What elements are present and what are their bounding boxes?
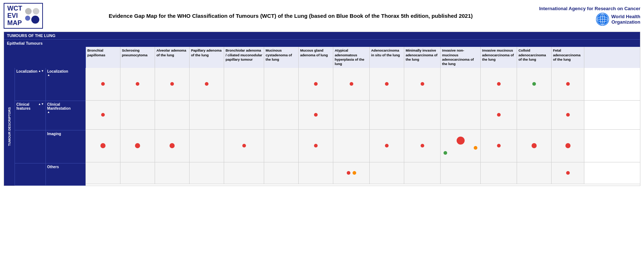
cell-loc-c11 [441,68,481,100]
logo-circle-2 [33,8,39,15]
col-header-c8: Atypical adenomatous hyperplasia of the … [333,47,370,68]
category-clinical-features: Clinical features ▲▼ [15,101,46,130]
who-text: World Health Organization [611,14,640,25]
cell-loc-c12 [481,68,517,100]
dot-img-c14 [565,143,571,148]
cell-img-c11 [441,130,481,162]
cell-loc-c3 [155,68,190,100]
dot-loc-c10 [421,82,424,86]
col-header-c13: Colloid adenocarcinoma of the lung [517,47,552,68]
logo-circle-4 [31,16,39,24]
data-row-clinical [86,101,640,130]
cell-img-c7 [299,130,333,162]
dot-clin-c14 [566,113,570,117]
dot-img-c11-green [444,151,447,155]
iarc-block: International Agency for Research on Can… [538,6,640,26]
cell-oth-c3 [155,162,190,184]
data-row-imaging [86,130,640,162]
sub-header: Epithelial Tumours [4,39,640,47]
category-localization: Localization ▲▼ [15,68,46,101]
category-clinical-features-2 [15,130,46,163]
cell-clin-c6 [264,101,299,129]
cell-clin-c1 [86,101,120,129]
cell-loc-c5 [224,68,264,100]
subcategory-others: Others [46,163,86,185]
cell-oth-c12 [481,162,517,184]
cell-oth-c4 [190,162,224,184]
data-row-localization [86,68,640,101]
col-header-c1: Bronchial papillomas [86,47,120,68]
cell-clin-c11 [441,101,481,129]
logo-text: WCT EVI MAP [7,5,22,27]
dot-clin-c7 [314,113,318,117]
tumour-descriptors-label: TUMOUR DESCRIPTORS [4,68,15,186]
cell-clin-c4 [190,101,224,129]
cell-loc-c14 [552,68,584,100]
dot-loc-c12 [497,82,501,86]
who-block: World Health Organization [538,13,640,26]
dot-img-c9 [385,144,389,147]
dot-img-c12 [497,144,501,147]
cell-clin-c10 [404,101,441,129]
cell-oth-c5 [224,162,264,184]
cell-loc-c13 [517,68,552,100]
cell-loc-c9 [370,68,404,100]
dot-loc-c1 [101,82,105,86]
col-header-c5: Bronchiolar adenoma / ciliated muconodul… [224,47,264,68]
map-container: TUMOURS OF THE LUNG Epithelial Tumours B… [4,32,640,186]
header: WCT EVI MAP Evidence Gap Map for the WHO… [0,0,644,32]
cell-clin-c2 [120,101,155,129]
cell-clin-c12 [481,101,517,129]
dot-img-c11-orange [474,146,477,150]
dot-img-c11-lg [457,137,465,145]
cell-oth-c8 [333,162,370,184]
cell-oth-c9 [370,162,404,184]
imaging-row-label: Imaging [15,130,86,163]
dot-loc-c13 [532,82,536,86]
category-clinical-features-3 [15,163,46,185]
dot-loc-c9 [385,82,389,86]
col-header-c6: Mucinous cystadenoma of the lung [264,47,299,68]
cell-clin-c5 [224,101,264,129]
cell-oth-c14 [552,162,584,184]
cell-clin-c9 [370,101,404,129]
cell-oth-c1 [86,162,120,184]
logo-circle-3 [25,16,30,21]
dot-clin-c1 [101,113,105,117]
col-header-c3: Alveolar adenoma of the lung [155,47,190,68]
cell-loc-c7 [299,68,333,100]
cell-img-c6 [264,130,299,162]
dot-loc-c4 [205,82,208,86]
subcategory-localization: Localization ▲ [46,68,86,101]
cell-loc-c10 [404,68,441,100]
cell-img-c8 [333,130,370,162]
col-header-c11: Invasive non-mucinous adenocarcinoma of … [441,47,481,68]
data-row-others [86,162,640,184]
col-header-c4: Papillary adenoma of the lung [190,47,224,68]
dot-loc-c14 [566,82,570,86]
cell-img-c1 [86,130,120,162]
dot-loc-c2 [136,82,139,86]
cell-oth-c6 [264,162,299,184]
cell-loc-c8 [333,68,370,100]
cell-img-c5 [224,130,264,162]
cell-oth-c7 [299,162,333,184]
cell-clin-c7 [299,101,333,129]
clinical-manifestation-row: Clinical features ▲▼ Clinical Manifestat… [15,101,86,130]
cell-img-c4 [190,130,224,162]
dot-clin-c12 [497,113,501,117]
cell-loc-c1 [86,68,120,100]
section-header: TUMOURS OF THE LUNG [4,32,640,39]
cell-clin-c3 [155,101,190,129]
col-header-c9: Adenocarcinoma in situ of the lung [370,47,404,68]
cell-img-c9 [370,130,404,162]
page-title: Evidence Gap Map for the WHO Classificat… [49,12,533,20]
dot-loc-c3 [170,82,174,86]
main-data-area: TUMOUR DESCRIPTORS Localization ▲▼ Local… [4,68,640,186]
dot-img-c7 [314,144,318,147]
col-header-c2: Sclerosing pneumocytoma [120,47,155,68]
subcategory-imaging: Imaging [46,130,86,163]
subcategory-clinical-manifestation: Clinical Manifestation ▲ [46,101,86,130]
cell-clin-c14 [552,101,584,129]
col-header-c7: Mucous gland adenoma of lung [299,47,333,68]
